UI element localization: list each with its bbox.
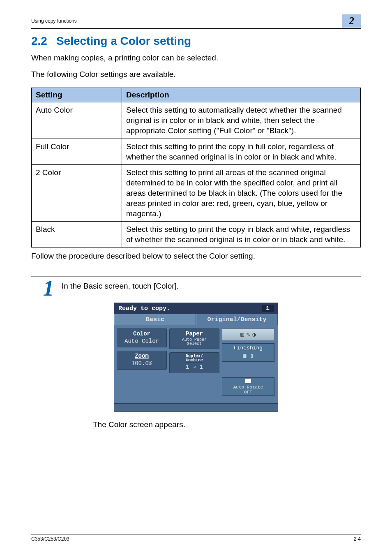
page-header: Using copy functions 2 [31,14,361,29]
description-autocolor: Select this setting to automatically det… [122,102,361,139]
table-header-setting: Setting [32,88,122,102]
device-bottom-bar [114,403,278,412]
staple-icon: ▦ [243,352,246,359]
auto-rotate-card[interactable]: Auto Rotate OFF [222,377,274,396]
section-number: 2.2 [31,35,47,47]
preview-strip: ▥ ✎ ◑ [222,328,274,341]
fold-icon: ▯ [250,352,254,359]
tab-original-density[interactable]: Original/Density [196,314,278,325]
setting-black: Black [32,222,122,247]
table-row: Full Color Select this setting to print … [32,139,361,164]
paper-card[interactable]: Paper Auto Paper Select [169,328,219,349]
setting-fullcolor: Full Color [32,139,122,164]
rotate-icon [245,379,251,383]
step-result-text: The Color screen appears. [93,420,361,429]
step-number: 1 [35,278,62,298]
table-row: 2 Color Select this setting to print all… [32,164,361,221]
procedure-intro: Follow the procedure described below to … [31,252,361,261]
table-header-description: Description [122,88,361,102]
zoom-title: Zoom [117,353,166,359]
color-value: Auto Color [117,338,166,345]
device-screenshot: Ready to copy. 1 Basic Original/Density … [114,303,278,412]
preview-icon: ▥ [240,331,244,338]
color-title: Color [117,331,166,337]
section-heading: 2.2Selecting a Color setting [31,35,361,48]
table-row: Black Select this setting to print the c… [32,222,361,247]
chapter-number-box: 2 [342,14,361,28]
duplex-card[interactable]: Duplex/ Combine 1 ➔ 1 [169,352,219,373]
setting-autocolor: Auto Color [32,102,122,139]
description-2color: Select this setting to print all areas o… [122,164,361,221]
settings-table: Setting Description Auto Color Select th… [31,88,361,247]
section-title-text: Selecting a Color setting [56,35,191,47]
zoom-card[interactable]: Zoom 100.0% [117,351,167,370]
duplex-value: 1 ➔ 1 [170,363,219,370]
rotate-label: Rotate [247,385,263,390]
pen-icon: ✎ [247,331,250,338]
footer-model: C353/C253/C203 [31,536,69,542]
rotate-line2: OFF [244,390,252,395]
paper-line2: Select [187,342,202,346]
duplex-title2: Combine [186,358,203,363]
rotate-line1: Auto [233,385,244,390]
finishing-title: Finishing [222,345,274,351]
scan-icon: ◑ [252,331,256,338]
device-status-bar: Ready to copy. 1 [114,303,278,314]
footer-page-number: 2-4 [354,536,361,542]
page-footer: C353/C253/C203 2-4 [31,534,361,542]
running-header-text: Using copy functions [31,18,77,24]
description-fullcolor: Select this setting to print the copy in… [122,139,361,164]
tab-basic[interactable]: Basic [114,314,196,325]
color-card[interactable]: Color Auto Color [117,328,167,347]
intro-paragraph-2: The following Color settings are availab… [31,69,361,80]
zoom-value: 100.0% [117,360,166,367]
step-1-block: 1 In the Basic screen, touch [Color]. Re… [31,276,361,429]
description-black: Select this setting to print the copy in… [122,222,361,247]
setting-2color: 2 Color [32,164,122,221]
device-status-text: Ready to copy. [118,305,170,312]
finishing-card[interactable]: Finishing ▦ ▯ [222,343,274,362]
step-instruction: In the Basic screen, touch [Color]. [62,278,179,291]
paper-title: Paper [170,331,219,337]
intro-paragraph-1: When making copies, a printing color can… [31,53,361,63]
table-row: Auto Color Select this setting to automa… [32,102,361,139]
device-counter: 1 [262,305,274,312]
